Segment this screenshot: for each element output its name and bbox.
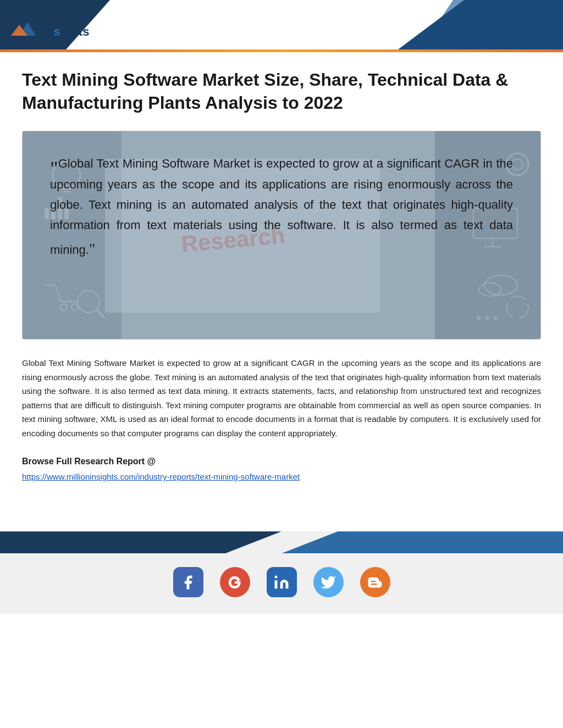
facebook-icon — [180, 574, 196, 591]
svg-point-30 — [275, 575, 278, 578]
footer — [0, 531, 563, 614]
page-title: Text Mining Software Market Size, Share,… — [22, 69, 541, 114]
blogger-icon — [367, 574, 383, 591]
quote-close: " — [89, 240, 95, 257]
quote-text: "Global Text Mining Software Market is e… — [23, 131, 540, 284]
footer-wave — [0, 531, 563, 553]
blogger-icon-button[interactable] — [360, 567, 390, 597]
google-plus-icon — [227, 574, 243, 591]
twitter-icon — [320, 574, 336, 591]
quote-box: Research "Global Text Mining Software Ma… — [22, 131, 541, 340]
google-plus-icon-button[interactable] — [220, 567, 250, 597]
body-text: Global Text Mining Software Market is ex… — [22, 356, 541, 440]
browse-section: Browse Full Research Report @ https://ww… — [22, 457, 541, 482]
footer-icons — [0, 553, 563, 614]
quote-open: " — [50, 158, 58, 180]
logo-text: Million Insights — [43, 10, 89, 40]
header-bg-right — [398, 0, 563, 49]
svg-point-28 — [485, 316, 489, 320]
footer-wave-right — [282, 531, 563, 553]
header: Million Insights — [0, 0, 563, 49]
facebook-icon-button[interactable] — [173, 567, 203, 597]
linkedin-icon — [273, 574, 290, 591]
browse-link[interactable]: https://www.millioninsights.com/industry… — [22, 472, 300, 481]
quote-content: Global Text Mining Software Market is ex… — [50, 157, 513, 257]
twitter-icon-button[interactable] — [313, 567, 344, 597]
linkedin-icon-button[interactable] — [267, 567, 297, 597]
main-content: Text Mining Software Market Size, Share,… — [0, 52, 563, 509]
footer-wave-left — [0, 531, 282, 553]
svg-point-29 — [493, 316, 498, 320]
browse-label: Browse Full Research Report @ — [22, 457, 541, 466]
svg-point-27 — [477, 316, 481, 320]
logo: Million Insights — [11, 10, 89, 40]
logo-icon — [11, 11, 38, 38]
